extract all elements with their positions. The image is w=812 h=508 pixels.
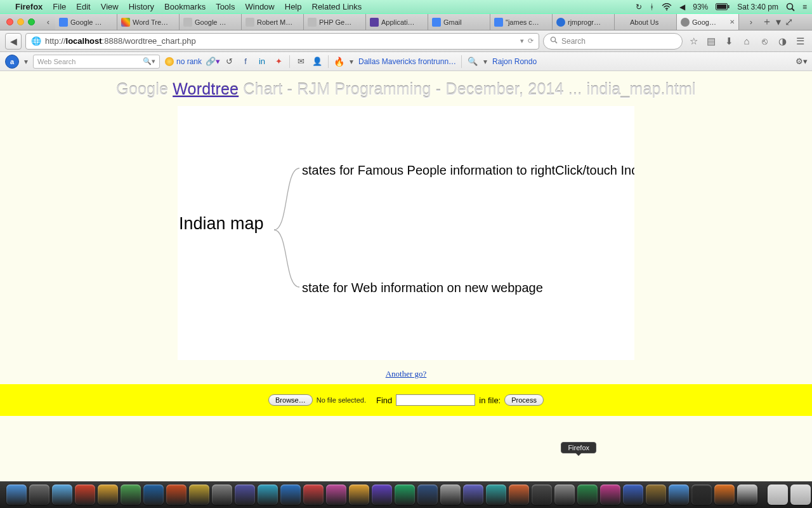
tab-scroll-right[interactable]: › (744, 17, 758, 27)
dock-app-icon[interactable] (691, 485, 712, 505)
dock-app-icon[interactable] (509, 485, 529, 505)
menu-window[interactable]: Window (246, 2, 275, 11)
dock-app-icon[interactable] (790, 485, 811, 505)
menu-edit[interactable]: Edit (76, 2, 90, 11)
wordtree-branch-1[interactable]: states for Famous People information to … (302, 163, 634, 178)
tab-7[interactable]: "james c… (490, 14, 553, 30)
facebook-icon[interactable]: f (240, 56, 251, 67)
menu-tools[interactable]: Tools (216, 2, 235, 11)
menu-file[interactable]: File (53, 2, 66, 11)
another-go-link[interactable]: Another go? (0, 369, 812, 379)
wayback-icon[interactable]: ↺ (223, 56, 235, 67)
tab-6[interactable]: Gmail (428, 14, 490, 30)
minimize-window-button[interactable] (17, 18, 24, 25)
plus-icon[interactable]: ✦ (273, 56, 284, 67)
tab-8[interactable]: rjmprogr… (553, 14, 615, 30)
dock-app-icon[interactable] (121, 485, 141, 505)
menu-history[interactable]: History (129, 2, 154, 11)
downloads-icon[interactable]: ⬇ (722, 34, 736, 48)
list-tabs-button[interactable]: ▾ (776, 16, 781, 28)
wordtree-root[interactable]: Indian map (179, 214, 264, 234)
tab-1[interactable]: Word Tre… (117, 14, 180, 30)
share-icon[interactable]: ⎋ (757, 34, 771, 48)
dock-app-icon[interactable] (646, 485, 666, 505)
dock-app-icon[interactable] (326, 485, 346, 505)
menubar-app[interactable]: Firefox (15, 2, 43, 11)
dock-app-icon[interactable] (600, 485, 620, 505)
wordtree-branch-2[interactable]: state for Web information on new webpage (302, 281, 543, 295)
home-icon[interactable]: ⌂ (740, 34, 754, 48)
menu-bookmarks[interactable]: Bookmarks (164, 2, 206, 11)
browse-button[interactable]: Browse… (268, 394, 313, 406)
dock-app-icon[interactable] (29, 485, 49, 505)
bluetooth-icon[interactable]: ᚼ (650, 3, 654, 11)
dock-app-icon[interactable] (166, 485, 187, 505)
dock-app-icon[interactable] (440, 485, 461, 505)
close-window-button[interactable] (6, 18, 13, 25)
reload-icon[interactable]: ⟳ (528, 37, 534, 45)
search-field[interactable]: Search (543, 33, 683, 50)
fullscreen-icon[interactable]: ⤢ (785, 16, 793, 28)
dock-app-icon[interactable] (417, 485, 438, 505)
spotlight-icon[interactable] (786, 3, 795, 11)
dock-app-icon[interactable] (577, 485, 598, 505)
notifications-icon[interactable]: ≡ (802, 3, 807, 11)
dock-app-icon[interactable] (463, 485, 483, 505)
pagerank-indicator[interactable]: no rank (165, 57, 202, 66)
search-icon[interactable]: 🔍 (467, 56, 478, 67)
dock-app-icon[interactable] (280, 485, 301, 505)
tab-10[interactable]: Goog…✕ (677, 14, 739, 30)
tab-2[interactable]: Google … (180, 14, 242, 30)
tab-scroll-left[interactable]: ‹ (41, 14, 55, 30)
dock-app-icon[interactable] (623, 485, 643, 505)
wifi-icon[interactable] (662, 3, 672, 11)
volume-icon[interactable]: ◀ (679, 3, 685, 11)
hamburger-icon[interactable]: ☰ (793, 34, 807, 48)
address-field[interactable]: 🌐 http://localhost:8888/wordtree_chart.p… (25, 33, 539, 50)
alexa-icon[interactable]: a (5, 55, 19, 69)
person-icon[interactable]: 👤 (311, 56, 323, 67)
sync-icon[interactable]: ◑ (775, 34, 789, 48)
mail-icon[interactable]: ✉ (295, 56, 306, 67)
battery-icon[interactable] (716, 3, 730, 10)
chevron-down-icon[interactable]: ▾ (24, 57, 28, 66)
fire-icon[interactable]: 🔥 (334, 57, 344, 67)
tab-0[interactable]: Google … (55, 14, 117, 30)
headline-1[interactable]: Dallas Mavericks frontrunn… (358, 57, 456, 66)
tab-9[interactable]: About Us (615, 14, 677, 30)
dock-app-icon[interactable] (714, 485, 735, 505)
menubar-clock[interactable]: Sat 3:40 pm (737, 3, 778, 11)
tab-4[interactable]: PHP Ge… (304, 14, 366, 30)
dock-app-icon[interactable] (258, 485, 278, 505)
dock-app-icon[interactable] (303, 485, 324, 505)
dock-app-icon[interactable] (395, 485, 415, 505)
tab-3[interactable]: Robert M… (242, 14, 304, 30)
close-tab-icon[interactable]: ✕ (730, 18, 735, 25)
menu-view[interactable]: View (101, 2, 119, 11)
dock-app-icon[interactable] (372, 485, 392, 505)
dock-app-icon[interactable] (349, 485, 369, 505)
dock-app-icon[interactable] (143, 485, 164, 505)
zoom-window-button[interactable] (28, 18, 35, 25)
dock-app-icon[interactable] (189, 485, 209, 505)
dock-app-icon[interactable] (554, 485, 575, 505)
timemachine-icon[interactable]: ↻ (636, 3, 642, 11)
wordtree-link[interactable]: Wordtree (173, 80, 239, 98)
dock-app-icon[interactable] (768, 485, 788, 505)
headline-2[interactable]: Rajon Rondo (492, 57, 537, 66)
find-input[interactable] (396, 394, 475, 406)
link-icon[interactable]: 🔗▾ (207, 56, 218, 67)
dock-app-icon[interactable] (737, 485, 757, 505)
menu-related-links[interactable]: Related Links (312, 2, 362, 11)
dock-app-icon[interactable] (52, 485, 72, 505)
tab-5[interactable]: Applicati… (366, 14, 428, 30)
process-button[interactable]: Process (504, 394, 544, 406)
gear-icon[interactable]: ⚙▾ (796, 56, 807, 67)
dock-app-icon[interactable] (486, 485, 506, 505)
dock-app-icon[interactable] (6, 485, 27, 505)
dock-app-icon[interactable] (669, 485, 689, 505)
linkedin-icon[interactable]: in (256, 56, 268, 67)
new-tab-button[interactable]: ＋ (762, 15, 772, 29)
dock-app-icon[interactable] (532, 485, 552, 505)
dock-app-icon[interactable] (98, 485, 118, 505)
